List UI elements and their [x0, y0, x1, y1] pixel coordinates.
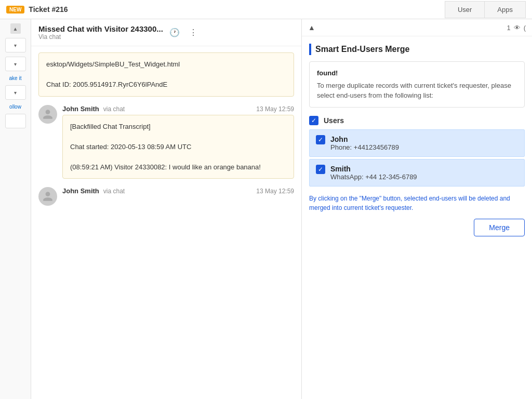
users-label: Users	[324, 116, 344, 125]
merge-info-box: found! To merge duplicate records with c…	[309, 61, 525, 108]
avatar-1	[38, 105, 57, 124]
right-panel: ▲ 1 👁 ( Smart End-Users Merge found! To …	[301, 19, 532, 399]
make-it-label[interactable]: ake it	[9, 75, 22, 81]
left-panel: ▲ ▾ ▾ ake it ▾ ollow Missed Chat with Vi…	[0, 19, 301, 399]
users-checkbox[interactable]: ✓	[309, 116, 318, 125]
john-info: John Phone: +44123456789	[330, 135, 518, 151]
right-header-info: 1 👁 (	[507, 24, 526, 32]
scroll-up-btn[interactable]: ▲	[10, 23, 21, 34]
merge-warning: By clicking on the "Merge" button, selec…	[309, 194, 525, 212]
ticket-title: Ticket #216	[29, 5, 68, 14]
right-content: Smart End-Users Merge found! To merge du…	[302, 36, 532, 399]
msg-time-2: 13 May 12:59	[256, 188, 294, 195]
msg-sender-1: John Smith	[62, 105, 99, 113]
info-text: To merge duplicate records with current …	[317, 82, 511, 100]
user-message-content-1: John Smith via chat 13 May 12:59 [Backfi…	[62, 105, 294, 179]
section-title-bar	[309, 44, 311, 55]
system-message-text: esktop/Widgets/SimpleBU_Test_Widget.html…	[46, 60, 180, 88]
merge-button[interactable]: Merge	[474, 219, 525, 236]
user-item-smith[interactable]: ✓ Smith WhatsApp: +44 12-345-6789	[309, 159, 525, 187]
main-layout: ▲ ▾ ▾ ake it ▾ ollow Missed Chat with Vi…	[0, 19, 532, 399]
chat-subtitle: Via chat	[38, 33, 163, 41]
collapse-button[interactable]: ▲	[308, 23, 315, 32]
eye-count: 1	[507, 24, 510, 32]
warning-link: requester.	[385, 204, 413, 211]
dropdown-arrow-icon: ▾	[14, 43, 17, 48]
tab-user[interactable]: User	[445, 1, 484, 18]
smith-checkbox[interactable]: ✓	[316, 165, 325, 174]
top-bar: NEW Ticket #216 User Apps	[0, 0, 532, 19]
msg-time-1: 13 May 12:59	[256, 105, 294, 113]
more-icon: ⋮	[189, 28, 197, 37]
msg-sender-2: John Smith	[62, 187, 99, 195]
chat-messages: esktop/Widgets/SimpleBU_Test_Widget.html…	[31, 46, 301, 399]
john-detail: Phone: +44123456789	[330, 143, 518, 151]
top-tabs: User Apps	[445, 1, 526, 18]
follow-label[interactable]: ollow	[9, 104, 21, 110]
sidebar-dropdown-2[interactable]: ▾	[5, 57, 26, 71]
history-icon: 🕐	[169, 28, 180, 37]
user-bubble-1: [Backfilled Chat Transcript]Chat started…	[62, 115, 294, 179]
eye-icon: 👁	[514, 24, 521, 32]
smith-info: Smith WhatsApp: +44 12-345-6789	[330, 165, 518, 181]
new-badge: NEW	[6, 6, 24, 14]
paren-icon: (	[524, 24, 526, 32]
sidebar-dropdown-1[interactable]: ▾	[5, 38, 26, 52]
right-header: ▲ 1 👁 (	[302, 19, 532, 36]
found-text: found!	[317, 68, 517, 78]
users-header: ✓ Users	[309, 116, 525, 125]
section-title: Smart End-Users Merge	[309, 44, 525, 55]
john-name: John	[330, 135, 518, 143]
chat-area: Missed Chat with Visitor 243300... Via c…	[31, 19, 301, 399]
dropdown-arrow-icon-3: ▾	[14, 90, 17, 96]
msg-meta-2: John Smith via chat 13 May 12:59	[62, 187, 294, 195]
avatar-2	[38, 187, 57, 206]
smith-detail: WhatsApp: +44 12-345-6789	[330, 173, 518, 181]
chat-title: Missed Chat with Visitor 243300...	[38, 24, 163, 33]
tab-apps[interactable]: Apps	[484, 1, 526, 18]
john-checkbox[interactable]: ✓	[316, 135, 325, 144]
msg-via-1: via chat	[103, 105, 125, 113]
smith-name: Smith	[330, 165, 518, 173]
section-title-text: Smart End-Users Merge	[315, 45, 409, 54]
msg-via-2: via chat	[103, 188, 125, 195]
user-message-content-2: John Smith via chat 13 May 12:59	[62, 187, 294, 197]
history-button[interactable]: 🕐	[167, 25, 182, 40]
sidebar-narrow: ▲ ▾ ▾ ake it ▾ ollow	[0, 19, 31, 399]
more-button[interactable]: ⋮	[186, 25, 201, 40]
user-bubble-text-1: [Backfilled Chat Transcript]Chat started…	[70, 123, 261, 171]
msg-meta-1: John Smith via chat 13 May 12:59	[62, 105, 294, 113]
user-message-row-1: John Smith via chat 13 May 12:59 [Backfi…	[38, 105, 294, 179]
chat-header: Missed Chat with Visitor 243300... Via c…	[31, 19, 301, 46]
merge-btn-row: Merge	[309, 219, 525, 236]
user-message-row-2: John Smith via chat 13 May 12:59	[38, 187, 294, 206]
system-message-1: esktop/Widgets/SimpleBU_Test_Widget.html…	[38, 52, 294, 97]
sidebar-dropdown-3[interactable]: ▾	[5, 85, 26, 100]
sidebar-btn-1[interactable]	[5, 114, 26, 128]
dropdown-arrow-icon-2: ▾	[14, 61, 17, 67]
user-item-john[interactable]: ✓ John Phone: +44123456789	[309, 129, 525, 157]
